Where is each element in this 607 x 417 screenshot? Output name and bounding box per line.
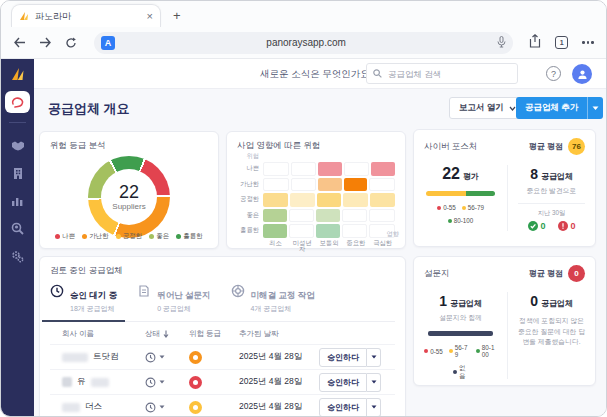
approve-caret[interactable] xyxy=(367,398,381,417)
approve-button[interactable]: 승인하다 xyxy=(319,398,367,417)
action-cell: 승인하다 xyxy=(319,373,395,392)
share-icon[interactable] xyxy=(529,34,541,52)
under-review-card: 검토 중인 공급업체 승인 대기 중18개 공급업체 뛰어난 설문지0 공급업체 xyxy=(39,256,406,417)
sidebar-item-analytics[interactable] xyxy=(11,195,24,207)
tab-count[interactable]: 1 xyxy=(555,36,568,49)
score-bar xyxy=(428,331,493,336)
suppliers-label: 공급업체 xyxy=(541,172,573,181)
sidebar-item-settings[interactable] xyxy=(11,250,24,263)
average-rating-badge: 76 xyxy=(568,138,585,155)
heatmap-cell xyxy=(342,209,368,223)
browser-toolbar: A panoraysapp.com 1 xyxy=(1,27,606,59)
suppliers-count: 8 xyxy=(530,166,538,182)
heatmap-col-labels: 최소미성년자보통의중요한극심한 xyxy=(237,240,397,254)
tab-close-icon[interactable]: × xyxy=(147,11,153,22)
redacted-text xyxy=(62,353,88,362)
risk-donut[interactable]: 22 Suppliers xyxy=(88,156,170,238)
alert-count-value: 0 xyxy=(571,221,576,231)
company-name: 유 xyxy=(77,376,86,388)
suppliers-label: 공급업체 xyxy=(450,299,482,308)
risk-badge xyxy=(189,351,202,364)
caret-down-icon xyxy=(159,380,165,384)
caret-down-icon xyxy=(371,380,377,384)
tab-sub: 18개 공급업체 xyxy=(70,304,117,314)
supplier-search[interactable] xyxy=(366,63,518,84)
table-row[interactable]: 더스 2025년 4월 28일 승인하다 xyxy=(50,394,395,417)
reload-icon[interactable] xyxy=(65,37,77,49)
legend-dot xyxy=(448,219,452,223)
finding-counts: 0 0 xyxy=(516,221,587,231)
heatmap-cell xyxy=(316,209,340,223)
avatar[interactable] xyxy=(572,64,592,84)
heatmap-col-label: 중요한 xyxy=(343,240,368,254)
legend-label: 56-79 xyxy=(468,204,484,211)
col-date[interactable]: 추가된 날짜 xyxy=(239,329,319,339)
mic-icon[interactable] xyxy=(497,34,506,52)
tab-outstanding-questionnaires[interactable]: 뛰어난 설문지0 공급업체 xyxy=(137,284,210,321)
date-cell: 2025년 4월 28일 xyxy=(239,401,319,413)
risk-badge xyxy=(189,401,202,414)
forward-icon[interactable] xyxy=(39,37,52,48)
sidebar-item-findings[interactable] xyxy=(11,222,24,235)
tab-label: 승인 대기 중 xyxy=(70,290,117,300)
date-cell: 2025년 4월 28일 xyxy=(239,376,319,388)
tab-pending-approval[interactable]: 승인 대기 중18개 공급업체 xyxy=(50,284,117,321)
legend-label: 56-79 xyxy=(455,344,470,358)
app-frame: 새로운 소식은 무엇인가요? ? 공급업체 개요 보고서 열기 공급업체 추가 xyxy=(1,59,606,417)
open-report-button[interactable]: 보고서 열기 xyxy=(449,97,526,119)
heatmap-cell xyxy=(318,162,342,176)
company-cell: 더스 xyxy=(50,401,145,413)
legend-item: 훌륭한 xyxy=(176,232,203,241)
sidebar-item-suppliers[interactable] xyxy=(11,140,25,152)
legend-item: 가난한 xyxy=(82,232,109,241)
status-cell[interactable] xyxy=(145,402,189,413)
company-name: 더스 xyxy=(85,401,102,413)
assessments-panel: 22평가 0-55 56-79 80-100 xyxy=(414,165,508,231)
panorays-logo xyxy=(10,66,26,82)
approve-button[interactable]: 승인하다 xyxy=(319,373,367,392)
address-bar[interactable]: A panoraysapp.com xyxy=(94,32,513,54)
sidebar-item-overview[interactable] xyxy=(5,91,30,113)
heatmap-cell xyxy=(344,178,368,192)
heatmap-cell xyxy=(263,162,289,176)
legend-label: 0-55 xyxy=(430,348,443,355)
heatmap-cell xyxy=(371,162,395,176)
status-cell[interactable] xyxy=(145,377,189,388)
approve-button[interactable]: 승인하다 xyxy=(319,348,367,367)
col-risk[interactable]: 위험 등급 xyxy=(189,329,239,339)
approve-caret[interactable] xyxy=(367,373,381,392)
heatmap-cell xyxy=(291,162,317,176)
add-supplier-button[interactable]: 공급업체 추가 xyxy=(516,97,587,119)
clock-icon xyxy=(50,284,64,298)
col-company[interactable]: 회사 이름 xyxy=(50,329,145,339)
menu-dots-icon[interactable] xyxy=(582,41,594,44)
table-row[interactable]: 트닷컴 2025년 4월 28일 승인하다 xyxy=(50,344,395,369)
legend-dot xyxy=(449,349,453,353)
heatmap-row: 좋은 xyxy=(237,209,397,223)
caret-down-icon xyxy=(159,405,165,409)
status-cell[interactable] xyxy=(145,352,189,363)
browser-tab[interactable]: 파노라마 × xyxy=(11,4,161,27)
suppliers-table: 회사 이름 상태 위험 등급 추가된 날짜 트닷컴 2025년 4월 28일 승… xyxy=(50,322,395,417)
lifering-icon xyxy=(231,284,245,298)
bar-segment xyxy=(426,191,466,196)
heatmap-cell xyxy=(263,193,288,207)
translate-icon[interactable]: A xyxy=(101,36,115,50)
card-title: 위험 등급 분석 xyxy=(40,132,218,152)
action-cell: 승인하다 xyxy=(319,398,395,417)
sort-desc-icon xyxy=(163,330,169,338)
search-input[interactable] xyxy=(386,68,511,80)
col-status[interactable]: 상태 xyxy=(145,329,189,339)
add-supplier-caret[interactable] xyxy=(587,97,603,119)
redacted-text xyxy=(91,378,109,387)
new-tab-icon[interactable]: + xyxy=(173,9,181,22)
add-supplier-split-button: 공급업체 추가 xyxy=(516,97,603,119)
table-row[interactable]: 유 2025년 4월 28일 승인하다 xyxy=(50,369,395,394)
approve-caret[interactable] xyxy=(367,348,381,367)
back-icon[interactable] xyxy=(13,37,26,48)
tab-open-remediation[interactable]: 미해결 교정 작업4개 공급업체 xyxy=(231,284,315,321)
sidebar-item-company[interactable] xyxy=(12,167,24,180)
legend-label: 좋은 xyxy=(156,232,169,241)
legend-item: 좋은 xyxy=(149,232,169,241)
help-button[interactable]: ? xyxy=(546,66,561,81)
